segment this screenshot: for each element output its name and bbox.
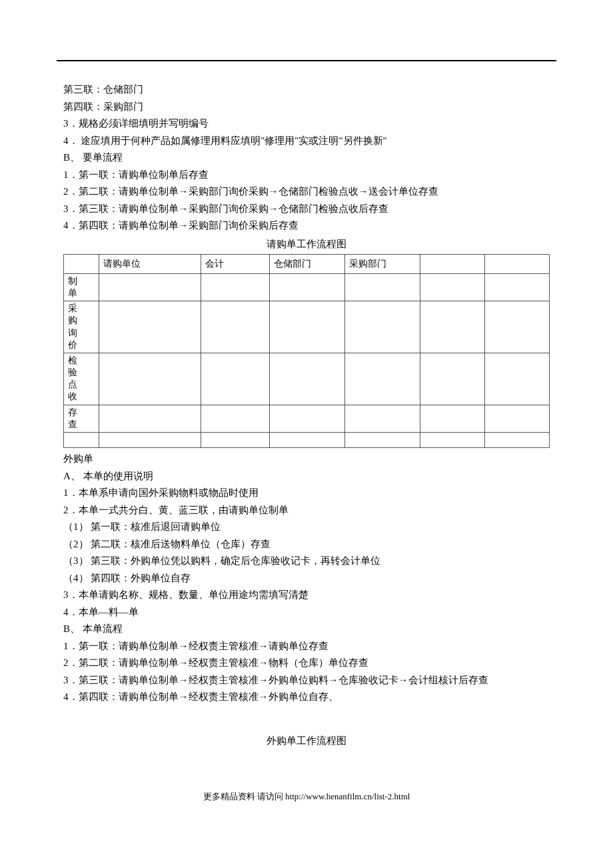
table-cell — [99, 353, 201, 405]
table-cell — [270, 301, 345, 353]
workflow-table-1: 请购单位 会计 仓储部门 采购部门 制单 采购询价 — [63, 254, 550, 448]
table-row: 制单 — [64, 273, 550, 301]
text-line: 第三联：仓储部门 — [63, 81, 550, 99]
text-line: 4． 途应填用于何种产品如属修理用料应填明"修理用"实或注明"另件换新" — [63, 133, 550, 150]
table-cell — [201, 353, 270, 405]
text-line: B、 本单流程 — [63, 621, 550, 638]
text-line: B、 要单流程 — [63, 149, 550, 167]
table-cell — [270, 433, 345, 448]
table-cell — [99, 301, 201, 353]
table-cell — [345, 301, 420, 353]
table-cell — [201, 273, 270, 301]
table-cell: 采购部门 — [345, 255, 420, 274]
table-cell — [99, 273, 201, 301]
table-cell: 仓储部门 — [270, 255, 345, 274]
text-line: 4．第四联：请购单位制单→经权责主管核准→外购单位自存、 — [63, 689, 550, 706]
table-cell — [64, 255, 99, 274]
text-line: 2．第二联：请购单位制单→采购部门询价采购→仓储部门检验点收→送会计单位存查 — [63, 183, 550, 201]
text-line: 3．第三联：请购单位制单→采购部门询价采购→仓储部门检验点收后存查 — [63, 201, 550, 218]
text-line: （1） 第一联：核准后退回请购单位 — [63, 519, 550, 536]
table-cell: 采购询价 — [64, 301, 99, 353]
table-cell — [485, 405, 550, 432]
text-line: 2．本单一式共分白、黄、蓝三联，由请购单位制单 — [63, 502, 550, 519]
table-cell — [201, 301, 270, 353]
top-rule — [57, 60, 556, 61]
text-line: 1．第一联：请购单位制单后存查 — [63, 167, 550, 184]
table-cell — [420, 405, 485, 432]
table1-title: 请购单工作流程图 — [63, 236, 550, 253]
table-cell: 会计 — [201, 255, 270, 274]
text-line: 3．规格必须详细填明并写明编号 — [63, 115, 550, 133]
text-line: （2） 第二联：核准后送物料单位（仓库）存查 — [63, 536, 550, 553]
text-line: 2．第二联：请购单位制单→经权责主管核准→物料（仓库）单位存查 — [63, 655, 550, 672]
text-line: 3．第三联：请购单位制单→经权责主管核准→外购单位购料→仓库验收记卡→会计组核计… — [63, 672, 550, 689]
table-cell — [420, 255, 485, 274]
table-cell — [201, 405, 270, 432]
table-cell — [420, 353, 485, 405]
table-cell — [64, 433, 99, 448]
table-cell — [345, 353, 420, 405]
text-line: 第四联：采购部门 — [63, 99, 550, 116]
table-cell — [485, 353, 550, 405]
table-cell — [270, 273, 345, 301]
table2-title: 外购单工作流程图 — [63, 733, 550, 750]
table-cell — [345, 405, 420, 432]
table-cell — [485, 273, 550, 301]
footer-text: 更多精品资料 请访问 http://www.henanfilm.cn/list-… — [63, 789, 550, 804]
text-line: （3） 第三联：外购单位凭以购料，确定后仓库验收记卡，再转会计单位 — [63, 553, 550, 570]
table-cell — [270, 405, 345, 432]
content: 第三联：仓储部门 第四联：采购部门 3．规格必须详细填明并写明编号 4． 途应填… — [57, 81, 556, 804]
table-row: 采购询价 — [64, 301, 550, 353]
text-line: 外购单 — [63, 451, 550, 468]
table-cell — [485, 433, 550, 448]
table-cell — [420, 433, 485, 448]
table-row — [64, 433, 550, 448]
table-cell — [420, 273, 485, 301]
table-cell — [345, 433, 420, 448]
table-cell — [99, 405, 201, 432]
text-line: 4．第四联：请购单位制单→采购部门询价采购后存查 — [63, 217, 550, 235]
text-line: A、 本单的使用说明 — [63, 468, 550, 485]
table-cell: 检验点收 — [64, 353, 99, 405]
table-cell — [420, 301, 485, 353]
table-cell: 请购单位 — [99, 255, 201, 274]
table-cell — [345, 273, 420, 301]
page: 第三联：仓储部门 第四联：采购部门 3．规格必须详细填明并写明编号 4． 途应填… — [57, 0, 556, 839]
table-row: 请购单位 会计 仓储部门 采购部门 — [64, 255, 550, 274]
text-line: 1．第一联：请购单位制单→经权责主管核准→请购单位存查 — [63, 638, 550, 655]
text-line: （4） 第四联：外购单位自存 — [63, 570, 550, 587]
table-row: 检验点收 — [64, 353, 550, 405]
table-cell: 存查 — [64, 405, 99, 432]
table-cell — [99, 433, 201, 448]
table-cell: 制单 — [64, 273, 99, 301]
table-cell — [270, 353, 345, 405]
table-cell — [201, 433, 270, 448]
text-line: 1．本单系申请向国外采购物料或物品时使用 — [63, 485, 550, 502]
table-cell — [485, 255, 550, 274]
text-line: 3．本单请购名称、规格、数量、单位用途均需填写清楚 — [63, 587, 550, 604]
table-row: 存查 — [64, 405, 550, 432]
text-line: 4．本单—料—单 — [63, 604, 550, 621]
table-cell — [485, 301, 550, 353]
